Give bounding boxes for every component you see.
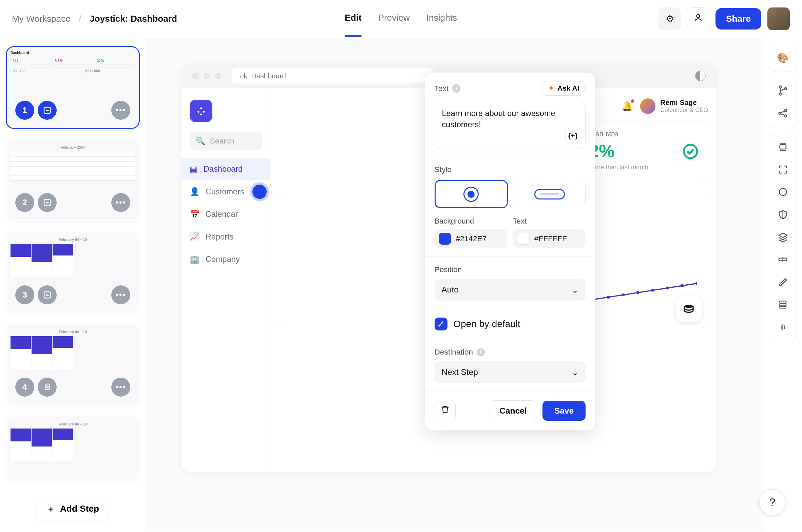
tab-edit[interactable]: Edit (345, 1, 362, 37)
insert-variable-button[interactable]: {+} (565, 129, 580, 143)
svg-point-9 (200, 114, 202, 115)
tool-container[interactable] (773, 138, 793, 158)
tool-audio[interactable] (773, 318, 793, 338)
traffic-light-close (192, 73, 198, 79)
question-icon: ? (769, 496, 776, 509)
step-1[interactable]: Dashboard 3116.3M32% $89,700$512,000 1 •… (6, 46, 139, 129)
svg-point-33 (779, 188, 786, 195)
svg-point-24 (695, 282, 697, 285)
step-4[interactable]: February 04 – 10 4 ••• (6, 323, 139, 406)
tab-insights[interactable]: Insights (426, 1, 457, 37)
capture-button[interactable] (676, 296, 702, 322)
cancel-button[interactable]: Cancel (490, 400, 536, 421)
step-number: 1 (15, 101, 34, 120)
tool-mask[interactable] (773, 206, 793, 226)
input-icon (778, 254, 788, 267)
style-beacon[interactable] (435, 180, 508, 208)
tool-circle[interactable] (773, 183, 793, 203)
svg-point-27 (779, 93, 781, 95)
tool-input[interactable] (773, 251, 793, 271)
nav-calendar[interactable]: 📅Calendar (182, 204, 270, 225)
profile-avatar[interactable] (767, 7, 790, 30)
trash-icon (440, 405, 450, 417)
share-button[interactable]: Share (715, 8, 762, 29)
svg-point-25 (684, 305, 693, 308)
settings-button[interactable]: ⚙ (658, 7, 681, 30)
save-button[interactable]: Save (542, 401, 586, 421)
text-color-input[interactable]: #FFFFFF (513, 229, 586, 248)
step-3[interactable]: February 04 – 10 3 ••• (6, 231, 139, 314)
theme-button[interactable]: 🎨 (773, 48, 793, 68)
bg-label: Background (435, 217, 507, 226)
svg-rect-32 (780, 145, 786, 149)
branch-icon (778, 85, 788, 98)
check-circle-icon (682, 142, 699, 163)
svg-rect-37 (780, 306, 786, 308)
destination-label: Destination (435, 347, 473, 357)
thumb-title: Dashboard (11, 51, 135, 55)
destination-select[interactable]: Next Step⌄ (435, 361, 586, 383)
checkbox-icon: ✓ (435, 318, 447, 330)
traffic-light-min (204, 73, 210, 79)
svg-point-18 (607, 296, 610, 298)
help-button[interactable]: ? (759, 489, 785, 515)
svg-point-0 (696, 15, 700, 18)
tool-fullscreen[interactable] (773, 160, 793, 180)
tool-draw[interactable] (773, 273, 793, 293)
chart-icon: 📈 (190, 232, 199, 242)
ask-ai-button[interactable]: ✦Ask AI (542, 81, 586, 96)
breadcrumb-current[interactable]: Joystick: Dashboard (90, 14, 177, 24)
tab-preview[interactable]: Preview (378, 1, 410, 37)
steps-rail: Dashboard 3116.3M32% $89,700$512,000 1 •… (0, 38, 146, 531)
circle-icon (778, 187, 788, 200)
delete-button[interactable] (435, 400, 456, 421)
traffic-light-max (215, 73, 221, 79)
building-icon: 🏢 (190, 255, 199, 264)
step-type-icon (38, 101, 57, 120)
calendar-icon: 📅 (190, 210, 199, 219)
step-5[interactable]: February 04 – 10 (6, 415, 139, 481)
breadcrumb-root[interactable]: My Workspace (12, 14, 71, 24)
right-toolbar: 🎨 (764, 38, 802, 531)
bg-color-input[interactable]: #2142E7 (435, 229, 507, 248)
grid-icon: ▦ (190, 165, 197, 174)
add-step-button[interactable]: ＋Add Step (37, 497, 109, 521)
info-icon[interactable]: i (477, 348, 485, 356)
shield-icon (778, 209, 788, 222)
contrast-icon[interactable] (695, 71, 706, 81)
address-bar: ck: Dashboard (232, 68, 433, 83)
text-input[interactable]: Learn more about our awesome customers! … (435, 102, 586, 148)
step-more-button[interactable]: ••• (111, 101, 130, 120)
svg-point-22 (666, 286, 669, 289)
bell-icon[interactable]: 🔔 (621, 100, 633, 112)
app-search-input[interactable]: 🔍Search (190, 132, 262, 150)
svg-point-21 (651, 289, 654, 291)
tool-stack[interactable] (773, 296, 793, 316)
info-icon[interactable]: i (452, 84, 460, 92)
style-pill[interactable] (514, 180, 586, 208)
share-nodes-button[interactable] (773, 104, 793, 124)
branch-button[interactable] (773, 82, 793, 102)
open-default-checkbox[interactable]: ✓ Open by default (435, 318, 586, 330)
svg-point-23 (681, 284, 684, 287)
user-chip[interactable]: Remi SageCofounder & CEO (640, 98, 708, 114)
nav-reports[interactable]: 📈Reports (182, 226, 270, 248)
account-button[interactable] (687, 7, 709, 30)
svg-rect-36 (780, 304, 786, 306)
user-role: Cofounder & CEO (660, 107, 708, 114)
position-select[interactable]: Auto⌄ (435, 279, 586, 301)
search-icon: 🔍 (196, 136, 205, 146)
container-icon (778, 141, 788, 154)
step-2[interactable]: February 2024 2 ••• (6, 138, 139, 221)
breadcrumb-sep: / (79, 14, 81, 24)
svg-point-19 (622, 293, 625, 296)
nav-dashboard[interactable]: ▦Dashboard (182, 158, 270, 180)
chevron-down-icon: ⌄ (572, 367, 578, 377)
nav-customers[interactable]: 👤Customers (182, 181, 270, 203)
svg-point-7 (197, 111, 199, 113)
gear-icon: ⚙ (666, 13, 674, 24)
svg-point-26 (779, 86, 781, 88)
tool-layers[interactable] (773, 228, 793, 248)
nav-company[interactable]: 🏢Company (182, 249, 270, 270)
palette-icon: 🎨 (777, 52, 789, 63)
